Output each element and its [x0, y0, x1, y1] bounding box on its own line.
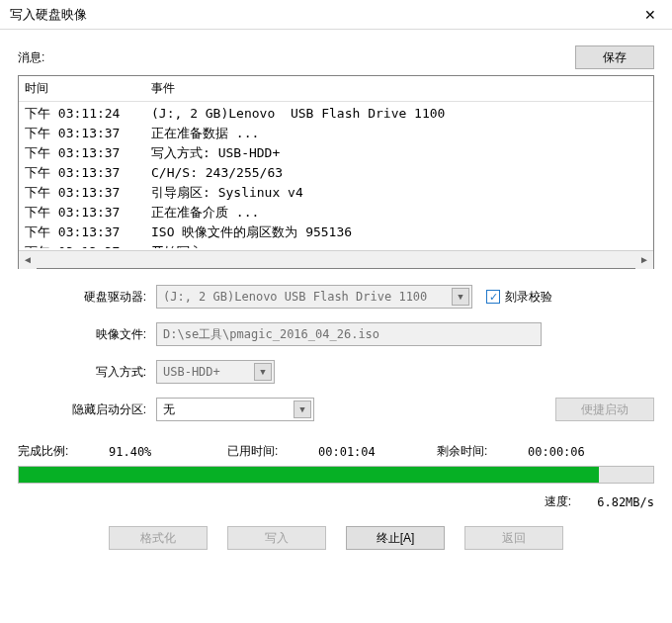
- done-value: 91.40%: [109, 445, 227, 459]
- log-event: 写入方式: USB-HDD+: [151, 143, 647, 163]
- log-col-event[interactable]: 事件: [151, 80, 647, 97]
- log-col-time[interactable]: 时间: [25, 80, 151, 97]
- message-header-row: 消息: 保存: [18, 45, 654, 69]
- progress-fill: [19, 467, 599, 483]
- drive-select[interactable]: (J:, 2 GB)Lenovo USB Flash Drive 1100 ▼: [156, 285, 472, 309]
- progress-bar: [18, 466, 654, 484]
- window-title: 写入硬盘映像: [10, 6, 87, 24]
- abort-button[interactable]: 终止[A]: [346, 526, 445, 550]
- remain-value: 00:00:06: [528, 445, 585, 459]
- log-row[interactable]: 下午 03:13:37写入方式: USB-HDD+: [25, 143, 647, 163]
- status-row: 完成比例: 91.40% 已用时间: 00:01:04 剩余时间: 00:00:…: [18, 443, 654, 466]
- drive-value: (J:, 2 GB)Lenovo USB Flash Drive 1100: [163, 290, 427, 304]
- image-field[interactable]: D:\se工具\pmagic_2016_04_26.iso: [156, 322, 542, 346]
- scroll-track[interactable]: [37, 251, 635, 269]
- dialog-content: 消息: 保存 时间 事件 下午 03:11:24(J:, 2 GB)Lenovo…: [0, 30, 672, 558]
- scroll-right-icon[interactable]: ►: [635, 251, 653, 269]
- remain-label: 剩余时间:: [437, 443, 528, 460]
- check-icon: ✓: [486, 290, 500, 304]
- log-event: 正在准备数据 ...: [151, 124, 647, 143]
- image-label: 映像文件:: [18, 326, 156, 343]
- elapsed-value: 00:01:04: [318, 445, 437, 459]
- log-row[interactable]: 下午 03:13:37ISO 映像文件的扇区数为 955136: [25, 222, 647, 242]
- done-label: 完成比例:: [18, 443, 109, 460]
- hidepart-select[interactable]: 无 ▼: [156, 398, 314, 421]
- verify-checkbox[interactable]: ✓ 刻录校验: [486, 289, 552, 306]
- log-event: 引导扇区: Syslinux v4: [151, 183, 647, 203]
- log-row[interactable]: 下午 03:13:37开始写入 ...: [25, 242, 647, 248]
- writemode-label: 写入方式:: [18, 364, 156, 381]
- hidepart-value: 无: [163, 401, 175, 418]
- horizontal-scrollbar[interactable]: ◄ ►: [19, 250, 653, 268]
- writemode-row: 写入方式: USB-HDD+ ▼: [18, 360, 654, 384]
- drive-row: 硬盘驱动器: (J:, 2 GB)Lenovo USB Flash Drive …: [18, 285, 654, 309]
- action-buttons: 格式化 写入 终止[A] 返回: [18, 526, 654, 550]
- back-button[interactable]: 返回: [464, 526, 563, 550]
- verify-label: 刻录校验: [505, 289, 552, 306]
- save-button[interactable]: 保存: [575, 45, 654, 69]
- elapsed-label: 已用时间:: [227, 443, 318, 460]
- chevron-down-icon: ▼: [452, 288, 469, 306]
- log-time: 下午 03:13:37: [25, 183, 151, 203]
- speed-label: 速度:: [545, 493, 571, 510]
- form-area: 硬盘驱动器: (J:, 2 GB)Lenovo USB Flash Drive …: [18, 269, 654, 443]
- log-body: 下午 03:11:24(J:, 2 GB)Lenovo USB Flash Dr…: [19, 102, 653, 248]
- log-event: C/H/S: 243/255/63: [151, 163, 647, 183]
- log-time: 下午 03:13:37: [25, 203, 151, 222]
- chevron-down-icon: ▼: [294, 400, 311, 418]
- drive-label: 硬盘驱动器:: [18, 289, 156, 306]
- log-row[interactable]: 下午 03:13:37C/H/S: 243/255/63: [25, 163, 647, 183]
- log-row[interactable]: 下午 03:13:37正在准备介质 ...: [25, 203, 647, 222]
- speed-row: 速度: 6.82MB/s: [18, 493, 654, 510]
- chevron-down-icon: ▼: [254, 363, 272, 381]
- log-time: 下午 03:13:37: [25, 222, 151, 242]
- log-listbox: 时间 事件 下午 03:11:24(J:, 2 GB)Lenovo USB Fl…: [18, 75, 654, 269]
- close-icon[interactable]: ✕: [629, 0, 672, 30]
- scroll-left-icon[interactable]: ◄: [19, 251, 37, 269]
- log-row[interactable]: 下午 03:11:24(J:, 2 GB)Lenovo USB Flash Dr…: [25, 104, 647, 124]
- log-time: 下午 03:13:37: [25, 163, 151, 183]
- log-time: 下午 03:13:37: [25, 124, 151, 143]
- log-event: ISO 映像文件的扇区数为 955136: [151, 222, 647, 242]
- quick-boot-button[interactable]: 便捷启动: [555, 398, 654, 421]
- image-row: 映像文件: D:\se工具\pmagic_2016_04_26.iso: [18, 322, 654, 346]
- write-button[interactable]: 写入: [227, 526, 326, 550]
- speed-value: 6.82MB/s: [597, 495, 654, 509]
- log-time: 下午 03:13:37: [25, 242, 151, 248]
- log-time: 下午 03:11:24: [25, 104, 151, 124]
- format-button[interactable]: 格式化: [109, 526, 208, 550]
- log-row[interactable]: 下午 03:13:37引导扇区: Syslinux v4: [25, 183, 647, 203]
- log-header: 时间 事件: [19, 76, 653, 102]
- hidepart-label: 隐藏启动分区:: [18, 401, 156, 418]
- titlebar: 写入硬盘映像 ✕: [0, 0, 672, 30]
- image-value: D:\se工具\pmagic_2016_04_26.iso: [163, 326, 379, 343]
- log-event: 开始写入 ...: [151, 242, 647, 248]
- log-time: 下午 03:13:37: [25, 143, 151, 163]
- log-event: 正在准备介质 ...: [151, 203, 647, 222]
- log-row[interactable]: 下午 03:13:37正在准备数据 ...: [25, 124, 647, 143]
- writemode-select[interactable]: USB-HDD+ ▼: [156, 360, 275, 384]
- hidepart-row: 隐藏启动分区: 无 ▼ 便捷启动: [18, 398, 654, 421]
- log-event: (J:, 2 GB)Lenovo USB Flash Drive 1100: [151, 104, 647, 124]
- writemode-value: USB-HDD+: [163, 365, 220, 379]
- message-label: 消息:: [18, 49, 44, 66]
